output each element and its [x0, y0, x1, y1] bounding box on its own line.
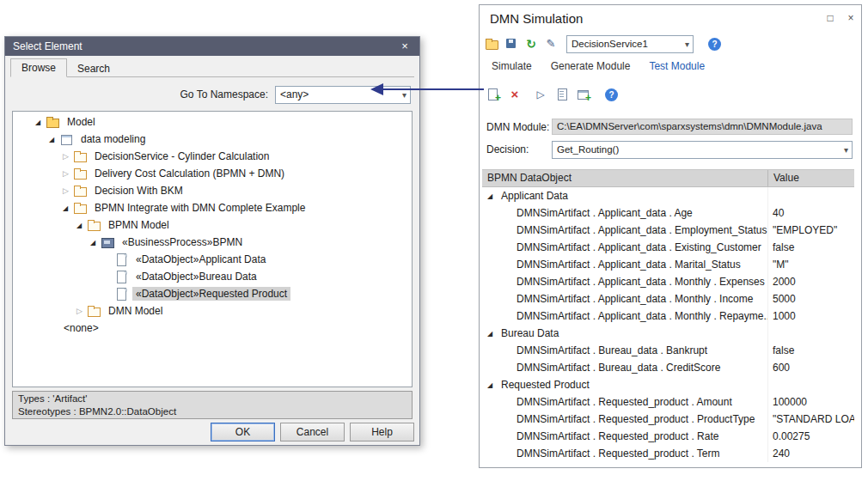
element-tree[interactable]: ◢ Model ◢ data modeling ▷ DecisionServic… [12, 111, 413, 387]
table-header: BPMN DataObject Value [482, 170, 854, 187]
table-row-value: 100000 [768, 396, 854, 408]
namespace-dropdown[interactable]: <any> [275, 86, 411, 104]
namespace-value: <any> [280, 88, 309, 100]
expander-icon[interactable]: ▷ [63, 169, 74, 178]
dataobject-table: BPMN DataObject Value ◢ Applicant Data D… [482, 169, 854, 462]
window-title: DMN Simulation [480, 11, 820, 26]
tab-search[interactable]: Search [67, 60, 120, 77]
table-group-row[interactable]: ◢ Applicant Data [482, 187, 854, 204]
page: Select Element × Browse Search Go To Nam… [0, 0, 868, 481]
expander-icon[interactable]: ◢ [487, 192, 498, 200]
table-row[interactable]: DMNSimArtifact . Applicant_data . Existi… [482, 239, 854, 256]
expander-icon[interactable]: ▷ [63, 186, 74, 195]
table-row-value: 5000 [768, 293, 854, 305]
table-row[interactable]: DMNSimArtifact . Applicant_data . Monthl… [482, 273, 854, 290]
expander-icon[interactable]: ◢ [90, 239, 101, 247]
tree-item[interactable]: <none> [13, 320, 412, 337]
decision-dropdown[interactable]: Get_Routing() [552, 141, 853, 159]
expander-icon[interactable]: ◢ [487, 330, 498, 338]
table-row[interactable]: DMNSimArtifact . Requested_product . Ter… [482, 445, 854, 462]
help-icon[interactable] [708, 38, 721, 51]
table-row[interactable]: DMNSimArtifact . Bureau_data . CreditSco… [482, 359, 854, 376]
run-icon[interactable] [534, 88, 547, 101]
main-toolbar: DecisionService1 [485, 33, 856, 55]
stereotypes-info: Stereotypes : BPMN2.0::DataObject [18, 405, 406, 418]
expander-icon[interactable]: ▷ [76, 307, 88, 315]
tab-generate-module[interactable]: Generate Module [551, 60, 631, 72]
cancel-button[interactable]: Cancel [280, 423, 345, 441]
ok-button[interactable]: OK [211, 423, 275, 441]
delete-icon[interactable] [508, 88, 522, 101]
expander-icon[interactable]: ◢ [63, 204, 74, 212]
tree-item[interactable]: ◢ data modeling [13, 131, 412, 148]
folder-icon [74, 202, 88, 214]
namespace-label: Go To Namespace: [180, 88, 269, 100]
column-header-dataobject[interactable]: BPMN DataObject [482, 170, 768, 186]
report-icon[interactable] [555, 88, 569, 101]
expander-icon[interactable]: ▷ [63, 152, 74, 161]
table-row-value: 240 [768, 448, 854, 460]
table-row[interactable]: DMNSimArtifact . Bureau_data . Bankrupt … [482, 342, 854, 359]
tab-simulate[interactable]: Simulate [492, 60, 532, 72]
table-row[interactable]: DMNSimArtifact . Applicant_data . Age 40 [482, 204, 854, 222]
folder-icon [74, 150, 88, 162]
table-row[interactable]: DMNSimArtifact . Applicant_data . Marita… [482, 256, 854, 273]
table-row[interactable]: DMNSimArtifact . Requested_product . Rat… [482, 428, 854, 445]
table-row-value: 600 [768, 362, 854, 374]
folder-icon [88, 305, 101, 317]
tree-item[interactable]: «DataObject»Applicant Data [13, 251, 412, 268]
table-row-value: "M" [768, 259, 854, 271]
tree-item[interactable]: ▷ Decision With BKM [13, 182, 412, 199]
tree-item[interactable]: ▷ DMN Model [13, 302, 412, 320]
namespace-row: Go To Namespace: <any> [12, 85, 411, 104]
tree-item[interactable]: ▷ Delivery Cost Calculation (BPMN + DMN) [13, 165, 412, 182]
help-button[interactable]: Help [350, 423, 414, 441]
tree-item-selected[interactable]: «DataObject»Requested Product [13, 285, 412, 302]
tree-item[interactable]: ◢ BPMN Model [13, 216, 412, 234]
decision-service-dropdown[interactable]: DecisionService1 [566, 35, 694, 53]
dmn-module-label: DMN Module: [486, 119, 549, 136]
tab-browse[interactable]: Browse [10, 58, 67, 77]
close-icon[interactable]: × [390, 37, 419, 56]
folder-icon [74, 167, 88, 180]
column-header-value[interactable]: Value [768, 170, 854, 186]
expander-icon[interactable]: ◢ [35, 119, 46, 126]
table-row[interactable]: DMNSimArtifact . Applicant_data . Monthl… [482, 290, 854, 307]
tree-item[interactable]: ◢ «BusinessProcess»BPMN [13, 234, 412, 251]
table-row[interactable]: DMNSimArtifact . Requested_product . Pro… [482, 411, 854, 428]
test-module-toolbar [486, 82, 618, 107]
maximize-icon[interactable]: □ [820, 12, 840, 24]
save-icon[interactable] [504, 37, 518, 51]
table-group-row[interactable]: ◢ Bureau Data [482, 325, 854, 342]
document-icon [115, 271, 129, 283]
table-row[interactable]: DMNSimArtifact . Requested_product . Amo… [482, 393, 854, 411]
table-row[interactable]: DMNSimArtifact . Applicant_data . Monthl… [482, 307, 854, 325]
table-row-value: 40 [768, 207, 854, 219]
edit-module-icon[interactable] [544, 37, 558, 51]
tree-item[interactable]: ▷ DecisionService - Cylinder Calculation [13, 148, 412, 165]
decision-service-value: DecisionService1 [572, 39, 648, 49]
table-row[interactable]: DMNSimArtifact . Applicant_data . Employ… [482, 222, 854, 239]
tree-item[interactable]: ◢ Model [13, 113, 412, 131]
table-group-row[interactable]: ◢ Requested Product [482, 376, 854, 393]
window-titlebar[interactable]: DMN Simulation □ × [480, 5, 861, 31]
expander-icon[interactable]: ◢ [487, 381, 498, 389]
folder-icon [88, 219, 101, 231]
tree-item[interactable]: ◢ BPMN Integrate with DMN Complete Examp… [13, 199, 412, 216]
table-row-value: 0.00275 [768, 430, 854, 442]
tree-item[interactable]: «DataObject»Bureau Data [13, 268, 412, 285]
dmn-simulation-window: DMN Simulation □ × DecisionService1 Simu… [479, 4, 862, 468]
expander-icon[interactable]: ◢ [49, 136, 60, 143]
help-icon[interactable] [605, 88, 618, 101]
close-icon[interactable]: × [840, 12, 861, 24]
refresh-icon[interactable] [524, 37, 538, 51]
add-artifact-icon[interactable] [486, 88, 500, 101]
select-element-dialog: Select Element × Browse Search Go To Nam… [4, 36, 420, 446]
dialog-titlebar[interactable]: Select Element × [5, 37, 419, 56]
dialog-title: Select Element [13, 37, 390, 56]
tab-test-module[interactable]: Test Module [649, 60, 705, 72]
open-folder-icon[interactable] [485, 37, 498, 51]
model-folder-icon [46, 116, 60, 128]
expander-icon[interactable]: ◢ [76, 222, 88, 229]
new-window-icon[interactable] [577, 88, 590, 101]
